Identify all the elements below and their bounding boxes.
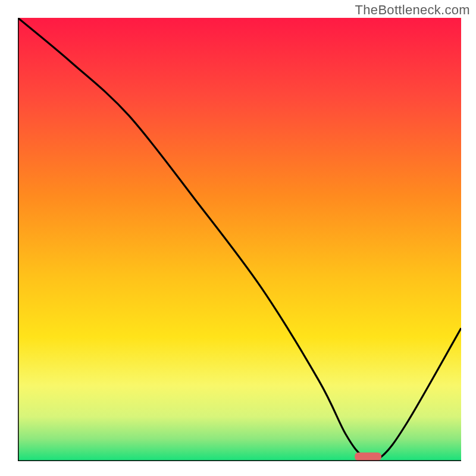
watermark-text: TheBottleneck.com [355, 2, 470, 18]
chart-svg [18, 18, 461, 461]
optimal-marker [355, 453, 381, 461]
gradient-background [18, 18, 461, 461]
chart-container: TheBottleneck.com [0, 0, 476, 476]
